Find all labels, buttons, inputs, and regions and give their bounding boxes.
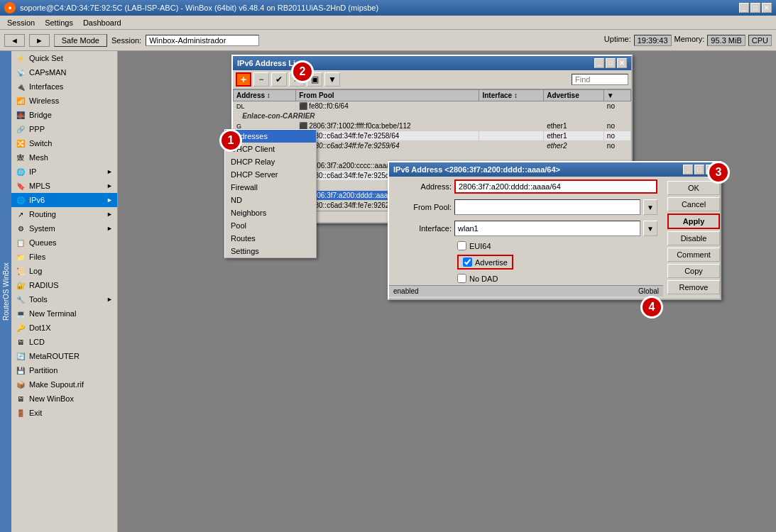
ctx-item-routes[interactable]: Routes <box>225 232 316 245</box>
list-close[interactable]: ✕ <box>617 58 627 68</box>
detail-form: Address: From Pool: ▼ Interface: ▼ <box>389 177 663 299</box>
list-minimize[interactable]: _ <box>594 58 604 68</box>
col-advertise[interactable]: Advertise <box>544 90 604 101</box>
list-maximize[interactable]: □ <box>606 58 616 68</box>
col-from-pool[interactable]: From Pool <box>296 90 479 101</box>
address-cell: ⬛fe80::c6ad:34ff:fe7e:9259/64 <box>296 141 479 151</box>
menu-session[interactable]: Session <box>3 17 39 28</box>
detail-window: IPv6 Address <2806:3f7:a200:dddd::aaaa/6… <box>388 161 721 300</box>
advertise-cell: no <box>603 121 630 131</box>
sidebar-item-mesh[interactable]: 🕸Mesh <box>11 150 117 165</box>
detail-minimize[interactable]: _ <box>683 165 693 174</box>
copy-button[interactable]: Copy <box>667 264 720 278</box>
ctx-item-addresses[interactable]: Addresses <box>225 130 316 143</box>
back-button[interactable]: ◄ <box>4 34 25 47</box>
sidebar-item-bridge[interactable]: 🌉Bridge <box>11 108 117 122</box>
advertise-checkbox[interactable] <box>463 257 472 267</box>
menu-dashboard[interactable]: Dashboard <box>79 17 126 28</box>
frompool-input[interactable] <box>454 199 640 215</box>
col-interface[interactable]: Interface ↕ <box>479 90 544 101</box>
add-button[interactable]: + <box>236 72 251 87</box>
sidebar-item-routing[interactable]: ↗Routing► <box>11 207 117 221</box>
sidebar-item-new-terminal[interactable]: 💻New Terminal <box>11 306 117 321</box>
interface-cell: ether1 <box>544 121 604 131</box>
sidebar-item-radius[interactable]: 🔐RADIUS <box>11 278 117 292</box>
remove-button[interactable]: − <box>253 72 269 87</box>
close-button[interactable]: ✕ <box>762 3 772 13</box>
sidebar-item-files[interactable]: 📁Files <box>11 250 117 264</box>
no-dad-checkbox[interactable] <box>457 274 466 283</box>
partition-icon: 💾 <box>16 365 26 375</box>
interface-dropdown[interactable]: ▼ <box>643 221 657 236</box>
uptime-label: Uptime: <box>604 35 631 46</box>
ctx-item-neighbors[interactable]: Neighbors <box>225 206 316 219</box>
interface-input[interactable] <box>454 221 640 236</box>
sidebar-item-mpls[interactable]: 🔖MPLS► <box>11 179 117 193</box>
detail-maximize[interactable]: □ <box>694 165 704 174</box>
maximize-button[interactable]: □ <box>750 3 760 13</box>
sidebar-item-queues[interactable]: 📋Queues <box>11 235 117 250</box>
menu-settings[interactable]: Settings <box>40 17 77 28</box>
sidebar-label-bridge: Bridge <box>29 111 52 119</box>
remove-button2[interactable]: Remove <box>667 280 720 294</box>
uptime-bar: Uptime: 19:39:43 Memory: 95.3 MiB CPU <box>604 35 772 46</box>
ctx-item-dhcp-client[interactable]: DHCP Client <box>225 143 316 155</box>
apply-button[interactable]: Apply <box>667 214 720 229</box>
sidebar-item-wireless[interactable]: 📶Wireless <box>11 94 117 108</box>
sidebar-item-quick-set[interactable]: ⚡Quick Set <box>11 51 117 65</box>
switch-icon: 🔀 <box>16 138 26 148</box>
detail-buttons: OK Cancel Apply Disable Comment Copy Rem… <box>663 177 720 299</box>
col-arrow[interactable]: ▼ <box>603 90 630 101</box>
sidebar-item-system[interactable]: ⚙System► <box>11 221 117 235</box>
col-address[interactable]: Address ↕ <box>234 90 296 101</box>
sidebar-item-tools[interactable]: 🔧Tools► <box>11 292 117 306</box>
sidebar-label-interfaces: Interfaces <box>29 82 63 91</box>
sidebar-item-exit[interactable]: 🚪Exit <box>11 406 117 420</box>
cancel-button[interactable]: Cancel <box>667 197 720 211</box>
interface-cell: ether2 <box>544 141 604 151</box>
sidebar-item-ppp[interactable]: 🔗PPP <box>11 122 117 136</box>
ok-button[interactable]: OK <box>667 181 720 195</box>
disable-button[interactable]: Disable <box>667 231 720 245</box>
ctx-item-pool[interactable]: Pool <box>225 219 316 232</box>
sidebar-item-dot1x[interactable]: 🔑Dot1X <box>11 321 117 335</box>
ctx-item-nd[interactable]: ND <box>225 194 316 206</box>
sidebar-label-ppp: PPP <box>29 125 45 133</box>
comment-button[interactable]: Comment <box>667 248 720 262</box>
ctx-item-dhcp-server[interactable]: DHCP Server <box>225 168 316 181</box>
sidebar-label-quick-set: Quick Set <box>29 54 63 62</box>
sidebar-item-log[interactable]: 📜Log <box>11 264 117 278</box>
filter-button[interactable]: ▼ <box>324 72 340 87</box>
minimize-button[interactable]: _ <box>739 3 749 13</box>
apply-toolbar-button[interactable]: ✔ <box>271 72 287 87</box>
address-row: Address: <box>389 177 663 196</box>
find-input[interactable] <box>572 74 628 85</box>
sidebar-item-capsman[interactable]: 📡CAPsMAN <box>11 65 117 79</box>
log-icon: 📜 <box>16 266 26 276</box>
ctx-item-firewall[interactable]: Firewall <box>225 181 316 194</box>
table-row[interactable]: DL ⬛fe80::f0:6/64 no <box>234 101 631 111</box>
forward-button[interactable]: ► <box>29 34 50 47</box>
sidebar-item-switch[interactable]: 🔀Switch <box>11 136 117 150</box>
detail-close[interactable]: ✕ <box>706 165 716 174</box>
sidebar-item-make-supout[interactable]: 📦Make Supout.rif <box>11 377 117 392</box>
eui64-checkbox[interactable] <box>457 241 466 250</box>
sidebar-item-interfaces[interactable]: 🔌Interfaces <box>11 79 117 94</box>
address-cell: ⬛fe80::f0:6/64 <box>296 101 479 111</box>
sidebar-item-ip[interactable]: 🌐IP► <box>11 165 117 179</box>
sidebar-item-lcd[interactable]: 🖥LCD <box>11 335 117 349</box>
sidebar-item-metarouter[interactable]: 🔄MetaROUTER <box>11 349 117 363</box>
ctx-item-settings[interactable]: Settings <box>225 245 316 257</box>
ctx-item-dhcp-relay[interactable]: DHCP Relay <box>225 155 316 168</box>
arrow-icon: ► <box>106 168 113 175</box>
edit-button[interactable]: ▣ <box>307 72 322 87</box>
sidebar-item-new-winbox[interactable]: 🖥New WinBox <box>11 392 117 406</box>
sidebar-item-partition[interactable]: 💾Partition <box>11 363 117 377</box>
safe-mode-button[interactable]: Safe Mode <box>54 34 107 47</box>
menu-bar: Session Settings Dashboard <box>0 16 776 30</box>
frompool-dropdown[interactable]: ▼ <box>643 199 657 215</box>
address-input[interactable] <box>454 179 657 194</box>
sidebar-item-ipv6[interactable]: 🌐IPv6► <box>11 193 117 207</box>
session-input[interactable] <box>146 35 259 46</box>
cancel-toolbar-button[interactable]: ✕ <box>289 72 305 87</box>
